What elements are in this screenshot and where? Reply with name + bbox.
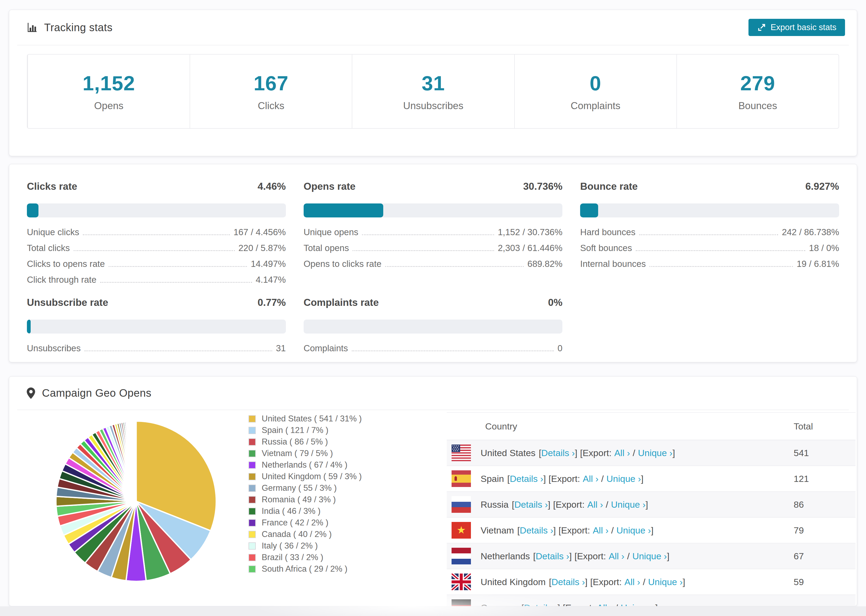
export-icon: [757, 23, 766, 32]
rate-stat-label: Clicks to opens rate: [27, 259, 105, 269]
column-header-country: Country: [447, 421, 794, 432]
rate-block: Clicks rate 4.46% Unique clicks 167 / 4.…: [27, 181, 286, 291]
flag-icon: [452, 574, 471, 590]
country-name: Vietnam: [480, 525, 514, 536]
tracking-stats-header: Tracking stats Export basic stats: [9, 10, 857, 45]
table-row: United Kingdom [Details ›] [Export:All ›…: [447, 569, 855, 595]
stat-label: Complaints: [571, 100, 620, 112]
country-cell: Germany [Details ›] [Export:All ›/Unique…: [480, 603, 794, 607]
details-link[interactable]: Details ›: [510, 473, 543, 484]
details-link[interactable]: Details ›: [551, 577, 585, 587]
legend-swatch: [249, 485, 256, 492]
country-cell: Vietnam [Details ›] [Export:All ›/Unique…: [480, 525, 794, 536]
legend-item: Canada ( 40 / 2% ): [249, 531, 362, 538]
flag-icon: [452, 445, 471, 461]
country-cell: Netherlands [Details ›] [Export:All ›/Un…: [480, 551, 794, 561]
legend-swatch: [249, 462, 256, 469]
export-all-link[interactable]: All ›: [597, 603, 613, 607]
dotted-leader: [85, 350, 272, 351]
country-cell: United States [Details ›] [Export:All ›/…: [480, 448, 794, 458]
legend-label: Russia ( 86 / 5% ): [262, 437, 328, 447]
stat-label: Unsubscribes: [403, 100, 463, 112]
geo-table: Country Total United States [Details ›] …: [447, 412, 855, 606]
legend-swatch: [249, 473, 256, 480]
legend-item: Romania ( 49 / 3% ): [249, 496, 362, 503]
legend-item: Brazil ( 33 / 2% ): [249, 554, 362, 561]
export-all-link[interactable]: All ›: [614, 448, 630, 458]
rate-stat-label: Unsubscribes: [27, 343, 81, 354]
export-unique-link[interactable]: Unique ›: [638, 448, 672, 458]
rate-stat-label: Unique opens: [304, 227, 359, 237]
legend-item: Netherlands ( 67 / 4% ): [249, 461, 362, 469]
rate-title: Unsubscribe rate: [27, 297, 108, 308]
legend-label: Germany ( 55 / 3% ): [262, 483, 337, 493]
svg-text:★: ★: [457, 524, 466, 536]
legend-swatch: [249, 566, 256, 573]
rate-stat-row: Total clicks 220 / 5.87%: [27, 243, 286, 259]
rate-title: Opens rate: [304, 181, 356, 192]
legend-label: Vietnam ( 79 / 5% ): [262, 449, 333, 458]
pie-legend: United States ( 541 / 31% ) Spain ( 121 …: [249, 415, 362, 573]
export-unique-link[interactable]: Unique ›: [611, 499, 646, 510]
stat-card: 31 Unsubscribes: [352, 55, 514, 128]
country-cell: Russia [Details ›] [Export:All ›/Unique …: [480, 499, 794, 510]
geo-table-header: Country Total: [447, 412, 855, 440]
campaign-geo-opens-card: Campaign Geo Opens United States ( 541 /…: [9, 376, 857, 606]
dotted-leader: [353, 250, 494, 251]
legend-item: South Africa ( 29 / 2% ): [249, 565, 362, 573]
export-unique-link[interactable]: Unique ›: [632, 551, 667, 561]
rate-block: Bounce rate 6.927% Hard bounces 242 / 86…: [580, 181, 839, 291]
export-all-link[interactable]: All ›: [583, 473, 599, 484]
export-all-link[interactable]: All ›: [625, 577, 640, 587]
legend-label: South Africa ( 29 / 2% ): [262, 564, 348, 574]
rate-stat-value: 220 / 5.87%: [239, 243, 286, 253]
country-cell: United Kingdom [Details ›] [Export:All ›…: [480, 577, 794, 587]
rate-stat-value: 0: [557, 343, 562, 354]
legend-item: France ( 42 / 2% ): [249, 519, 362, 526]
rate-stat-value: 167 / 4.456%: [233, 227, 286, 237]
rate-value: 6.927%: [806, 181, 839, 192]
rate-stat-value: 242 / 86.738%: [782, 227, 839, 237]
details-link[interactable]: Details ›: [536, 551, 569, 561]
dotted-leader: [83, 234, 230, 235]
country-name: Spain: [480, 473, 504, 484]
dotted-leader: [636, 250, 805, 251]
rate-stat-row: Opens to clicks rate 689.82%: [304, 259, 563, 275]
flag-icon: ★: [452, 522, 471, 539]
details-link[interactable]: Details ›: [542, 448, 575, 458]
map-pin-icon: [26, 387, 36, 399]
rate-stat-row: Total opens 2,303 / 61.446%: [304, 243, 563, 259]
flag-icon: [452, 599, 471, 606]
legend-item: United Kingdom ( 59 / 3% ): [249, 473, 362, 480]
export-unique-link[interactable]: Unique ›: [621, 603, 655, 607]
stat-value: 0: [590, 71, 601, 95]
export-all-link[interactable]: All ›: [593, 525, 609, 536]
total-cell: 79: [794, 525, 855, 536]
details-link[interactable]: Details ›: [514, 499, 548, 510]
dotted-leader: [362, 234, 494, 235]
rate-stat-row: Internal bounces 19 / 6.81%: [580, 259, 839, 275]
details-link[interactable]: Details ›: [524, 603, 557, 607]
progress-bar-fill: [304, 203, 383, 217]
export-unique-link[interactable]: Unique ›: [616, 525, 651, 536]
rates-grid: Clicks rate 4.46% Unique clicks 167 / 4.…: [9, 164, 857, 359]
rate-stat-row: Complaints 0: [304, 343, 563, 359]
export-basic-stats-button[interactable]: Export basic stats: [748, 19, 845, 36]
stat-card: 167 Clicks: [190, 55, 352, 128]
legend-label: Netherlands ( 67 / 4% ): [262, 460, 348, 470]
total-cell: 541: [794, 448, 855, 458]
rate-stat-row: Click through rate 4.147%: [27, 275, 286, 291]
export-all-link[interactable]: All ›: [587, 499, 603, 510]
divider: [17, 45, 849, 46]
legend-swatch: [249, 508, 256, 515]
progress-bar: [304, 319, 563, 333]
export-unique-link[interactable]: Unique ›: [648, 577, 683, 587]
rate-stat-row: Clicks to opens rate 14.497%: [27, 259, 286, 275]
export-all-link[interactable]: All ›: [609, 551, 625, 561]
details-link[interactable]: Details ›: [520, 525, 553, 536]
dotted-leader: [385, 266, 524, 267]
rate-title: Clicks rate: [27, 181, 77, 192]
country-name: Russia: [480, 499, 509, 510]
table-row: Germany [Details ›] [Export:All ›/Unique…: [447, 595, 855, 606]
export-unique-link[interactable]: Unique ›: [606, 473, 641, 484]
